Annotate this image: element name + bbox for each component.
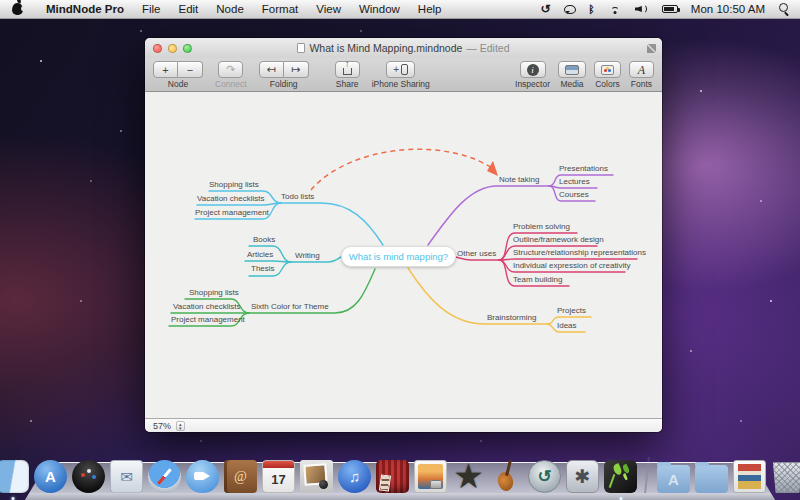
node-brainstorming[interactable]: Brainstorming <box>487 313 536 322</box>
time-machine-menu-icon[interactable]: ↺ <box>540 2 550 16</box>
connect-button[interactable]: ↷ <box>218 61 243 78</box>
dock-icon-documents-folder[interactable] <box>695 465 728 493</box>
dock-icons: A✉@17♫★↺✱A <box>25 457 775 493</box>
menu-item-node[interactable]: Node <box>207 0 253 19</box>
node-books[interactable]: Books <box>253 235 275 244</box>
zoom-stepper[interactable]: ▴▾ <box>176 421 185 431</box>
fullscreen-icon[interactable] <box>647 44 656 53</box>
volume-menu-icon[interactable] <box>635 4 649 14</box>
zoom-button[interactable] <box>183 44 192 53</box>
node-individual-expression[interactable]: Individual expression of creativity <box>513 261 630 270</box>
menu-bar: MindNode ProFileEditNodeFormatViewWindow… <box>0 0 800 19</box>
node-projects[interactable]: Projects <box>557 306 586 315</box>
share-button[interactable] <box>335 61 360 78</box>
menu-status-area: ↺ ᛒ Mon 10:50 AM <box>540 2 800 16</box>
node-ideas[interactable]: Ideas <box>557 321 577 330</box>
node-outline-framework[interactable]: Outline/framework design <box>513 235 604 244</box>
dock-icon-magazines-stack[interactable] <box>733 460 766 493</box>
dock-icon-dashboard[interactable] <box>72 460 105 493</box>
fold-button[interactable]: ↤ <box>259 61 284 78</box>
node-team-building[interactable]: Team building <box>513 275 562 284</box>
title-bar[interactable]: What is Mind Mapping.mindnode — Edited <box>145 38 662 58</box>
inspector-button[interactable]: i <box>520 61 546 78</box>
dock-divider <box>644 457 650 493</box>
mindnode-window: What is Mind Mapping.mindnode — Edited +… <box>145 38 662 432</box>
dock-icon-ichat[interactable] <box>186 460 219 493</box>
node-lectures[interactable]: Lectures <box>559 177 590 186</box>
node-thesis[interactable]: Thesis <box>251 264 275 273</box>
dock-icon-photos[interactable] <box>300 460 333 493</box>
dock-icon-photo-booth[interactable] <box>376 460 409 493</box>
node-articles[interactable]: Articles <box>247 250 273 259</box>
spotlight-icon[interactable] <box>778 3 790 15</box>
node-sixth-color-theme[interactable]: Sixth Color for Theme <box>251 302 329 311</box>
menu-items: MindNode ProFileEditNodeFormatViewWindow… <box>37 0 451 19</box>
dock-icon-iphoto[interactable] <box>414 460 447 493</box>
ichat-menu-icon[interactable] <box>564 5 576 14</box>
menu-item-file[interactable]: File <box>133 0 170 19</box>
node-problem-solving[interactable]: Problem solving <box>513 222 570 231</box>
dock-icon-itunes[interactable]: ♫ <box>338 460 371 493</box>
iphone-icon: + <box>393 64 408 75</box>
wifi-menu-icon[interactable] <box>608 4 622 14</box>
folding-group: ↤ ↦ Folding <box>259 61 309 89</box>
node-structure-relationship[interactable]: Structure/relationship representations <box>513 248 646 257</box>
colors-group: Colors <box>594 61 621 89</box>
node-note-taking[interactable]: Note taking <box>499 175 539 184</box>
node-shopping-lists[interactable]: Shopping lists <box>209 180 259 189</box>
dock-icon-trash[interactable] <box>771 462 800 493</box>
window-title: What is Mind Mapping.mindnode — Edited <box>297 42 509 54</box>
node-group: + − Node <box>153 61 203 89</box>
bluetooth-menu-icon[interactable]: ᛒ <box>589 3 595 15</box>
dock-icon-garageband[interactable] <box>490 460 523 493</box>
dock-icon-ical[interactable]: 17 <box>262 460 295 493</box>
menu-item-format[interactable]: Format <box>253 0 307 19</box>
dock-icon-mindnode-pro[interactable] <box>604 460 637 493</box>
dock-icon-finder[interactable] <box>0 460 29 493</box>
node-writing[interactable]: Writing <box>295 251 320 260</box>
menu-item-help[interactable]: Help <box>409 0 451 19</box>
media-button[interactable] <box>558 61 586 78</box>
menu-item-edit[interactable]: Edit <box>169 0 207 19</box>
edited-badge: — Edited <box>466 42 509 54</box>
dock-icon-safari[interactable] <box>148 460 181 493</box>
node-other-uses[interactable]: Other uses <box>457 249 496 258</box>
zoom-level: 57% <box>153 421 171 431</box>
fonts-group: A Fonts <box>629 61 654 89</box>
dock-icon-system-preferences[interactable]: ✱ <box>566 460 599 493</box>
node-courses[interactable]: Courses <box>559 190 589 199</box>
node-todo-lists[interactable]: Todo lists <box>281 192 314 201</box>
dock-icon-address-book[interactable]: @ <box>224 460 257 493</box>
mindmap-canvas[interactable]: What is mind mapping? Todo lists Shoppin… <box>145 92 660 418</box>
add-node-button[interactable]: + <box>153 61 178 78</box>
dock-icon-mail[interactable]: ✉ <box>110 460 143 493</box>
media-group: Media <box>558 61 586 89</box>
colors-button[interactable] <box>594 61 621 78</box>
node-vacation-checklists-2[interactable]: Vacation checklists <box>173 302 240 311</box>
menu-item-mindnode-pro[interactable]: MindNode Pro <box>37 0 133 19</box>
node-vacation-checklists[interactable]: Vacation checklists <box>197 194 264 203</box>
fonts-button[interactable]: A <box>629 61 654 78</box>
dock-icon-imovie[interactable]: ★ <box>452 460 485 493</box>
document-icon <box>297 43 305 53</box>
dock-icon-time-machine[interactable]: ↺ <box>528 460 561 493</box>
unfold-button[interactable]: ↦ <box>284 61 309 78</box>
remove-node-button[interactable]: − <box>178 61 203 78</box>
battery-menu-icon[interactable] <box>662 5 678 13</box>
node-project-management-2[interactable]: Project management <box>171 315 245 324</box>
close-button[interactable] <box>153 44 162 53</box>
node-project-management[interactable]: Project management <box>195 208 269 217</box>
dock-icon-app-store[interactable]: A <box>34 460 67 493</box>
menu-item-window[interactable]: Window <box>350 0 409 19</box>
colors-icon <box>601 65 614 75</box>
apple-menu-icon[interactable] <box>12 3 23 15</box>
iphone-sharing-button[interactable]: + <box>386 61 415 78</box>
connection-arrow <box>311 149 498 190</box>
menu-item-view[interactable]: View <box>307 0 350 19</box>
node-presentations[interactable]: Presentations <box>559 164 608 173</box>
menu-clock[interactable]: Mon 10:50 AM <box>691 3 765 15</box>
minimize-button[interactable] <box>168 44 177 53</box>
dock-icon-applications-folder[interactable]: A <box>657 465 690 493</box>
central-node[interactable]: What is mind mapping? <box>341 246 456 267</box>
node-shopping-lists-2[interactable]: Shopping lists <box>189 288 239 297</box>
